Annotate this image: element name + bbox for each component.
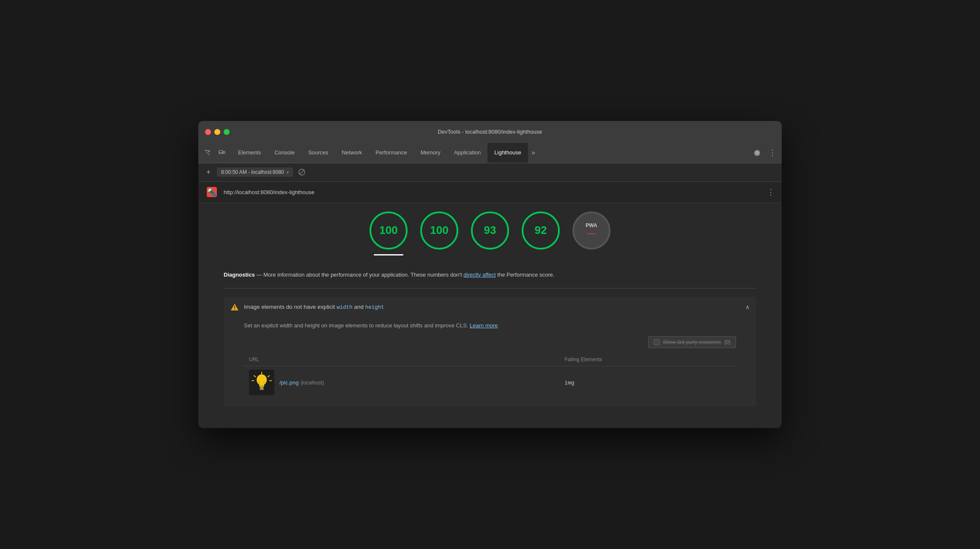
tab-bar-right-controls: ⋮ (751, 147, 778, 159)
learn-more-link[interactable]: Learn more (470, 322, 498, 329)
svg-text:!: ! (234, 305, 235, 311)
tab-bar: Elements Console Sources Network Perform… (198, 143, 782, 163)
audit-header[interactable]: ! Image elements do not have explicit wi… (224, 297, 756, 317)
tab-performance[interactable]: Performance (369, 143, 413, 163)
third-party-label: Show 3rd-party resources (663, 339, 721, 345)
svg-line-4 (300, 170, 304, 174)
checkbox-box[interactable] (654, 339, 660, 345)
diagnostics-header: Diagnostics — More information about the… (224, 271, 756, 280)
audit-item: ! Image elements do not have explicit wi… (224, 297, 756, 407)
section-divider (224, 288, 756, 288)
score-seo-value: 92 (535, 224, 547, 237)
tab-lighthouse[interactable]: Lighthouse (487, 143, 528, 163)
svg-rect-0 (219, 151, 223, 154)
svg-point-9 (257, 374, 267, 385)
diagnostics-title: Diagnostics (224, 272, 255, 278)
stop-button[interactable] (296, 167, 307, 178)
add-tab-button[interactable]: + (203, 167, 214, 177)
third-party-checkbox[interactable]: Show 3rd-party resources (0) (648, 336, 736, 348)
svg-rect-11 (260, 386, 264, 387)
score-pwa-label: PWA (586, 222, 597, 228)
table-cell-url: /pic.png (localhost) (244, 366, 559, 399)
svg-line-16 (268, 376, 269, 377)
svg-rect-12 (260, 387, 263, 389)
audit-description: Set an explicit width and height on imag… (244, 321, 736, 330)
diagnostics-text: — More information about the performance… (255, 272, 464, 278)
score-seo[interactable]: 92 (522, 211, 560, 250)
svg-text:🔦: 🔦 (207, 188, 217, 197)
window-title: DevTools - localhost:8080/index-lighthou… (438, 129, 542, 135)
device-toggle-icon[interactable] (216, 147, 228, 159)
lightbulb-svg (250, 371, 274, 394)
audit-body: Set an explicit width and height on imag… (224, 317, 756, 407)
score-best-practices[interactable]: 93 (471, 211, 509, 250)
secondary-bar: + 8:00:50 AM - localhost:8080 ▾ (198, 163, 782, 182)
tab-memory[interactable]: Memory (414, 143, 447, 163)
url-chip[interactable]: 8:00:50 AM - localhost:8080 ▾ (217, 167, 293, 177)
tab-application[interactable]: Application (447, 143, 488, 163)
table-header-failing: Failing Elements (559, 353, 736, 366)
tab-console[interactable]: Console (268, 143, 301, 163)
diagnostics-link[interactable]: directly affect (463, 272, 495, 278)
more-options-icon[interactable]: ⋮ (766, 147, 778, 159)
tabs-container: Elements Console Sources Network Perform… (231, 143, 748, 163)
table-row: /pic.png (localhost) img (244, 366, 736, 399)
audit-title-and: and (353, 304, 365, 310)
table-header-url: URL (244, 353, 559, 366)
score-performance[interactable]: 100 (370, 211, 408, 250)
maximize-button[interactable] (224, 129, 230, 135)
main-content: 100 100 93 92 PWA — Diagnostics — More i… (198, 203, 782, 428)
traffic-lights (205, 129, 230, 135)
diagnostics-suffix: the Performance score. (496, 272, 555, 278)
tab-network[interactable]: Network (335, 143, 369, 163)
svg-rect-1 (223, 151, 225, 154)
audit-collapse-icon[interactable]: ∧ (745, 304, 750, 310)
audit-table-controls: Show 3rd-party resources (0) (244, 336, 736, 348)
audit-title-code1: width (337, 305, 353, 310)
score-accessibility[interactable]: 100 (420, 211, 458, 250)
score-pwa-dash: — (586, 228, 597, 238)
minimize-button[interactable] (214, 129, 220, 135)
score-best-practices-value: 93 (484, 224, 496, 237)
url-chip-text: 8:00:50 AM - localhost:8080 (221, 169, 284, 175)
settings-icon[interactable] (751, 147, 763, 159)
score-pwa[interactable]: PWA — (572, 211, 610, 250)
close-button[interactable] (205, 129, 211, 135)
score-accessibility-value: 100 (430, 224, 448, 237)
url-cell-text: /pic.png (localhost) (279, 379, 324, 386)
lighthouse-url-text: http://localhost:8080/index-lighthouse (224, 189, 767, 195)
audit-title-code2: height (365, 305, 384, 310)
url-chip-chevron: ▾ (287, 170, 289, 175)
score-performance-value: 100 (379, 224, 397, 237)
tab-elements[interactable]: Elements (231, 143, 268, 163)
lighthouse-url-bar: 🔦 http://localhost:8080/index-lighthouse… (198, 182, 782, 203)
table-cell-failing: img (559, 366, 736, 399)
lighthouse-icon: 🔦 (205, 185, 219, 199)
scores-row: 100 100 93 92 PWA — (198, 211, 782, 250)
third-party-count: (0) (724, 339, 731, 345)
file-source: (localhost) (301, 380, 324, 386)
svg-rect-13 (260, 389, 264, 390)
file-link[interactable]: /pic.png (279, 379, 299, 386)
warning-icon: ! (230, 303, 239, 311)
thumbnail-cell: /pic.png (localhost) (249, 370, 554, 395)
tab-sources[interactable]: Sources (301, 143, 335, 163)
title-bar: DevTools - localhost:8080/index-lighthou… (198, 121, 782, 143)
audit-table: URL Failing Elements (244, 353, 736, 398)
audit-title: Image elements do not have explicit widt… (244, 304, 745, 310)
diagnostics-section: Diagnostics — More information about the… (198, 262, 782, 415)
svg-line-15 (254, 376, 255, 377)
lighthouse-menu-icon[interactable]: ⋮ (767, 187, 775, 197)
failing-element: img (564, 380, 574, 386)
tab-bar-controls (202, 147, 228, 159)
devtools-window: DevTools - localhost:8080/index-lighthou… (198, 121, 782, 428)
audit-title-prefix: Image elements do not have explicit (244, 304, 337, 310)
tab-more-button[interactable]: » (528, 143, 539, 163)
inspect-icon[interactable] (202, 147, 214, 159)
image-thumbnail (249, 370, 274, 395)
